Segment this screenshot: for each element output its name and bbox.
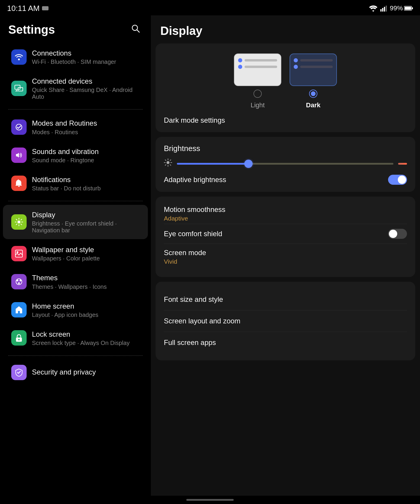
sidebar-item-connections[interactable]: Connections Wi-Fi · Bluetooth · SIM mana… [3,43,148,71]
sidebar-item-sounds[interactable]: Sounds and vibration Sound mode · Ringto… [3,142,148,169]
connections-title: Connections [32,48,140,58]
devices-icon [11,81,27,96]
battery-text: 99% [390,4,403,12]
svg-rect-5 [412,7,413,9]
display-text: Display Brightness · Eye comfort shield … [32,210,140,234]
bottom-options-card: Font size and style Screen layout and zo… [156,282,415,360]
status-icons: 99% [369,4,413,12]
screen-mode-row[interactable]: Screen mode Vivid [164,244,407,270]
sidebar-item-lockscreen[interactable]: Lock screen Screen lock type · Always On… [3,324,148,352]
light-line-1 [245,59,277,61]
svg-line-24 [16,224,17,225]
screen-layout-label: Screen layout and zoom [164,317,407,325]
connections-text: Connections Wi-Fi · Bluetooth · SIM mana… [32,48,140,65]
devices-settings-icon [14,85,23,92]
modes-settings-icon [15,123,23,131]
sidebar-item-themes[interactable]: Themes Themes · Wallpapers · Icons [3,268,148,295]
wallpaper-text: Wallpaper and style Wallpapers · Color p… [32,245,140,262]
screen-layout-row[interactable]: Screen layout and zoom [164,310,407,332]
notifications-subtitle: Status bar · Do not disturb [32,185,140,192]
theme-card: Light [156,43,415,132]
sounds-title: Sounds and vibration [32,147,140,156]
security-icon [11,365,27,380]
brightness-slider[interactable] [177,163,393,165]
sounds-icon [11,148,27,163]
themes-title: Themes [32,273,140,282]
lockscreen-subtitle: Screen lock type · Always On Display [32,340,140,346]
brightness-sun-icon [164,158,172,169]
battery-icon: 99% [390,4,413,12]
theme-option-dark[interactable]: Dark [290,54,337,109]
dark-mode-settings-link[interactable]: Dark mode settings [164,114,407,125]
svg-point-29 [20,280,21,281]
sidebar-item-connected-devices[interactable]: Connected devices Quick Share · Samsung … [3,71,148,106]
search-button[interactable] [128,21,143,38]
divider-3 [8,355,143,356]
svg-line-21 [16,219,17,220]
themes-subtitle: Themes · Wallpapers · Icons [32,283,140,290]
light-dot-2 [238,65,242,69]
eye-comfort-label: Eye comfort shield [164,230,222,238]
light-label: Light [251,101,265,109]
svg-point-26 [17,251,18,253]
slider-end [398,163,407,165]
theme-option-light[interactable]: Light [234,54,281,109]
display-title: Display [32,210,140,219]
sidebar-item-notifications[interactable]: Notifications Status bar · Do not distur… [3,170,148,197]
full-screen-row[interactable]: Full screen apps [164,332,407,353]
sidebar-item-homescreen[interactable]: Home screen Layout · App icon badges [3,296,148,324]
light-preview [234,54,281,86]
font-size-row[interactable]: Font size and style [164,289,407,310]
sidebar-item-modes[interactable]: Modes and Routines Modes · Routines [3,113,148,141]
adaptive-brightness-label: Adaptive brightness [164,176,226,184]
battery-shape [404,6,413,11]
svg-line-38 [165,160,166,161]
settings-title: Settings [8,23,55,36]
sidebar-item-security[interactable]: Security and privacy [3,359,148,385]
lockscreen-icon [11,330,27,346]
toggle-knob [398,176,406,184]
sun-icon [164,158,172,167]
notifications-text: Notifications Status bar · Do not distur… [32,175,140,192]
signal-icon [380,5,387,12]
display-subtitle: Brightness · Eye comfort shield · Naviga… [32,220,140,234]
dark-radio[interactable] [309,90,317,98]
svg-line-22 [21,224,22,225]
security-title: Security and privacy [32,367,140,377]
brightness-row [164,158,407,169]
homescreen-text: Home screen Layout · App icon badges [32,302,140,318]
homescreen-icon [11,302,27,317]
motion-smoothness-row[interactable]: Motion smoothness Adaptive [164,204,407,224]
status-time: 10:11 AM [7,4,49,13]
modes-text: Modes and Routines Modes · Routines [32,119,140,135]
motion-card: Motion smoothness Adaptive Eye comfort s… [156,197,415,277]
svg-point-16 [17,221,20,223]
light-line-2 [245,66,277,68]
notifications-settings-icon [15,179,23,187]
display-title: Display [156,21,415,43]
svg-point-9 [18,59,20,60]
adaptive-brightness-toggle[interactable] [388,175,407,185]
devices-title: Connected devices [32,77,140,86]
eye-comfort-toggle[interactable] [388,229,407,239]
svg-point-30 [18,282,20,284]
homescreen-subtitle: Layout · App icon badges [32,312,140,318]
security-settings-icon [15,368,23,377]
divider-2 [8,201,143,201]
eye-comfort-row: Eye comfort shield [164,224,407,244]
sidebar-item-wallpaper[interactable]: Wallpaper and style Wallpapers · Color p… [3,240,148,267]
svg-line-41 [165,165,166,166]
sidebar-item-display[interactable]: Display Brightness · Eye comfort shield … [3,205,148,239]
display-settings-icon [15,218,23,226]
brightness-card: Brightness [156,137,415,192]
sounds-text: Sounds and vibration Sound mode · Ringto… [32,147,140,164]
notifications-title: Notifications [32,175,140,184]
devices-text: Connected devices Quick Share · Samsung … [32,77,140,100]
eye-comfort-toggle-knob [389,230,397,238]
wallpaper-icon [11,246,27,261]
dark-label: Dark [306,101,321,109]
full-screen-label: Full screen apps [164,338,407,347]
light-radio[interactable] [253,90,262,98]
display-panel: Display [151,15,420,496]
screen-mode-title: Screen mode [164,249,407,257]
